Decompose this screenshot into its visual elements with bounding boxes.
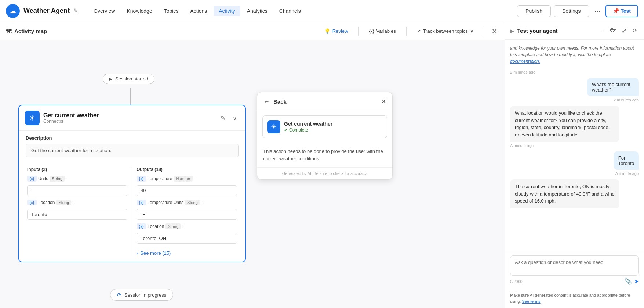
popup-close-button[interactable]: ✕	[381, 97, 386, 105]
temp-units-eq: =	[201, 200, 204, 205]
output-location-row: {x} Location String =	[137, 223, 237, 229]
out-loc-eq: =	[182, 224, 185, 229]
input-units-row: {x} Units String =	[27, 176, 127, 182]
review-button[interactable]: 💡 Review	[320, 26, 353, 36]
message-2-container: What location would you like to check th…	[510, 106, 639, 148]
nav-analytics[interactable]: Analytics	[242, 6, 273, 16]
temperature-output[interactable]	[137, 185, 237, 196]
review-icon: 💡	[324, 28, 330, 34]
card-description-section: Description Get the current weather for …	[19, 131, 245, 157]
io-grid: Inputs (2) {x} Units String =	[26, 167, 239, 256]
temp-units-tag: {x}	[137, 200, 146, 205]
weather-connector-card: ☀ Get current weather Connector ✎ ∨ Desc…	[18, 105, 246, 262]
location-string-output[interactable]	[137, 233, 237, 244]
test-map-button[interactable]: 🗺	[608, 27, 618, 35]
test-more-button[interactable]: ···	[597, 27, 606, 35]
canvas-content: ▶ Session started ☀ Get current weather …	[0, 40, 505, 308]
msg-time-1: 2 minutes ago	[614, 98, 639, 102]
toolbar-divider-3	[484, 27, 484, 36]
outputs-header: Outputs (18)	[137, 167, 237, 172]
activity-map-title: 🗺 Activity map	[6, 28, 47, 34]
temp-units-name: Temperature Units	[148, 200, 183, 205]
card-header: ☀ Get current weather Connector ✎ ∨	[19, 105, 245, 131]
test-panel-title: Test your agent	[517, 28, 594, 34]
units-tag: {x}	[27, 176, 37, 182]
nav-channels[interactable]: Channels	[274, 6, 306, 16]
nav-links: Overview Knowledge Topics Actions Activi…	[88, 6, 513, 16]
test-messages-area: and knowledge for your own needs. For mo…	[505, 40, 644, 251]
test-input-box	[510, 255, 639, 276]
test-input-area: 0/2000 📎 ➤	[505, 251, 644, 289]
output-temperature-row: {x} Temperature Number =	[137, 176, 237, 182]
location-eq: =	[73, 200, 75, 205]
settings-button[interactable]: Settings	[554, 5, 589, 17]
pin-icon: 📌	[613, 8, 619, 14]
popup-header: ← Back ✕	[257, 92, 392, 111]
variables-button[interactable]: {x} Variables	[364, 26, 400, 36]
card-expand-button[interactable]: ∨	[230, 114, 239, 122]
user-message-2: For Toronto	[614, 151, 639, 170]
popup-back-button[interactable]: ←	[263, 98, 270, 105]
location-type: String	[56, 200, 71, 205]
connector-line	[130, 88, 131, 105]
publish-button[interactable]: Publish	[517, 5, 551, 17]
see-more-button[interactable]: › See more (15)	[137, 247, 237, 256]
user-message-1: What's the current weather?	[587, 78, 639, 96]
test-expand-window-button[interactable]: ⤢	[620, 26, 628, 35]
msg-time-intro: 2 minutes ago	[510, 70, 639, 74]
out-loc-tag: {x}	[137, 223, 146, 229]
message-1-container: What's the current weather? 2 minutes ag…	[570, 78, 639, 102]
test-input-actions: 📎 ➤	[625, 278, 639, 285]
map-icon: 🗺	[6, 28, 11, 34]
card-io-section: Inputs (2) {x} Units String =	[19, 157, 245, 256]
location-input[interactable]	[27, 209, 127, 220]
app-title: Weather Agent	[23, 7, 70, 15]
play-icon: ▶	[109, 76, 112, 82]
message-4-container: The current weather in Toronto, ON is mo…	[510, 179, 639, 208]
track-icon: ↗	[417, 28, 421, 34]
attach-button[interactable]: 📎	[625, 278, 632, 285]
toolbar-divider-2	[406, 27, 407, 36]
temperature-units-output[interactable]	[137, 209, 237, 220]
inputs-column: Inputs (2) {x} Units String =	[26, 167, 132, 256]
card-title: Get current weather	[43, 112, 215, 119]
units-eq: =	[66, 176, 69, 181]
out-loc-name: Location	[148, 224, 164, 229]
test-agent-panel: ▶ Test your agent ··· 🗺 ⤢ ↺ and knowledg…	[505, 22, 644, 308]
card-weather-icon: ☀	[25, 111, 40, 125]
intro-text-block: and knowledge for your own needs. For mo…	[510, 45, 639, 65]
documentation-link[interactable]: documentation.	[510, 59, 540, 64]
popup-title: Back	[273, 99, 377, 105]
nav-actions[interactable]: Actions	[185, 6, 212, 16]
more-options-button[interactable]: ···	[592, 5, 603, 17]
card-actions: ✎ ∨	[218, 114, 239, 122]
app-title-edit-icon[interactable]: ✎	[73, 7, 78, 14]
units-input[interactable]	[27, 185, 127, 196]
location-name: Location	[38, 200, 55, 205]
test-expand-icon: ▶	[510, 28, 514, 34]
output-temp-units-row: {x} Temperature Units String =	[137, 200, 237, 205]
nav-activity[interactable]: Activity	[214, 6, 240, 16]
agent-message-1: What location would you like to check th…	[510, 106, 619, 142]
popup-card-info: Get current weather ✔ Complete	[284, 121, 332, 133]
send-button[interactable]: ➤	[634, 278, 639, 285]
nav-overview[interactable]: Overview	[88, 6, 120, 16]
test-refresh-button[interactable]: ↺	[630, 26, 639, 35]
see-terms-link[interactable]: See terms	[522, 299, 540, 304]
description-label: Description	[26, 135, 239, 141]
logo-area: ☁ Weather Agent ✎	[6, 4, 78, 18]
temp-tag: {x}	[137, 176, 146, 182]
toolbar-divider-1	[358, 27, 359, 36]
input-location-row: {x} Location String =	[27, 200, 127, 205]
action-detail-popup: ← Back ✕ ☀ Get current weather ✔ Complet…	[257, 92, 393, 180]
canvas-toolbar: 🗺 Activity map 💡 Review {x} Variables ↗ …	[0, 22, 505, 40]
card-edit-button[interactable]: ✎	[218, 114, 228, 122]
nav-topics[interactable]: Topics	[159, 6, 184, 16]
units-type: String	[50, 176, 65, 182]
chevron-down-icon: ∨	[470, 28, 474, 34]
track-between-topics-button[interactable]: ↗ Track between topics ∨	[412, 26, 478, 36]
test-button[interactable]: 📌 Test	[605, 5, 638, 17]
nav-knowledge[interactable]: Knowledge	[121, 6, 157, 16]
test-input-textarea[interactable]	[515, 259, 634, 271]
close-canvas-button[interactable]: ✕	[490, 26, 499, 37]
